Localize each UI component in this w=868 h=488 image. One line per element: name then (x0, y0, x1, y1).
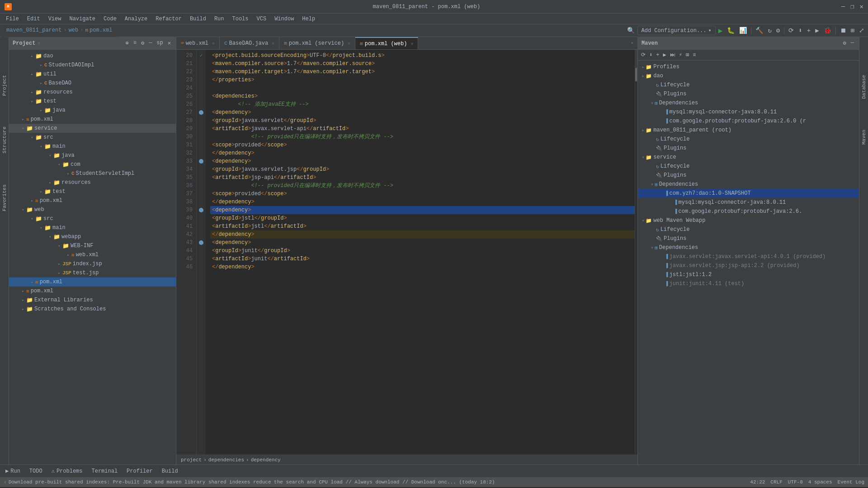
tree-item-resources[interactable]: ▸📁resources (9, 178, 176, 187)
code-line-30[interactable]: <!-- provided只在编译时支持，发布时不拷贝文件 --> (210, 133, 635, 141)
maven-add-icon[interactable]: + (805, 26, 812, 35)
tree-arrow[interactable]: ▸ (20, 117, 26, 122)
expand-icon[interactable]: ⤢ (857, 26, 866, 35)
code-line-34[interactable]: <groupId>javax.servlet.jsp</groupId> (210, 165, 635, 174)
menu-window[interactable]: Window (271, 15, 297, 23)
menu-analyze[interactable]: Analyze (121, 15, 151, 23)
code-line-29[interactable]: <artifactId>javax.servlet-api</artifactI… (210, 125, 635, 133)
code-line-41[interactable]: <artifactId>jstl</artifactId> (210, 222, 635, 230)
code-line-37[interactable]: <scope>provided</scope> (210, 190, 635, 198)
tree-item-java[interactable]: ▾📁java (9, 151, 176, 160)
maven-item[interactable]: ▐com.yzh7:dao:1.0-SNAPSHOT (638, 189, 859, 198)
code-line-38[interactable]: </dependency> (210, 198, 635, 206)
maven-skip-btn[interactable]: ⏭ (669, 51, 677, 59)
breakpoint-marker[interactable] (199, 110, 203, 115)
tree-item-pom-xml[interactable]: ▸≋pom.xml (9, 277, 176, 286)
tree-arrow[interactable]: ▾ (56, 162, 62, 167)
tree-item-basedao[interactable]: ▸CBaseDAO (9, 79, 176, 88)
line-ending[interactable]: CRLF (770, 479, 782, 485)
maven-item[interactable]: ▐com.google.protobuf:protobuf-java:2.6. (638, 207, 859, 216)
tree-arrow[interactable]: ▸ (56, 262, 62, 267)
event-log[interactable]: Event Log (838, 479, 864, 485)
menu-code[interactable]: Code (100, 15, 120, 23)
breakpoint-marker[interactable] (199, 208, 203, 212)
search-everywhere-icon[interactable]: 🔍 (625, 26, 637, 35)
menu-edit[interactable]: Edit (24, 15, 44, 23)
maven-item[interactable]: ↻Lifecycle (638, 225, 859, 234)
code-line-46[interactable]: </dependency> (210, 263, 635, 271)
code-line-42[interactable]: </dependency> (210, 230, 635, 239)
maven-item[interactable]: 🔌Plugins (638, 234, 859, 243)
profile-button[interactable]: 📊 (737, 26, 749, 35)
tree-arrow[interactable]: ▸ (20, 307, 26, 312)
tree-item-pom-xml[interactable]: ▸≋pom.xml (9, 115, 176, 124)
tab-base-dao[interactable]: C BaseDAO.java ✕ (220, 37, 279, 50)
tree-item-main[interactable]: ▾📁main (9, 142, 176, 151)
tab-basedao-close[interactable]: ✕ (272, 41, 274, 46)
code-line-23[interactable]: </properties> (210, 76, 635, 84)
code-line-39[interactable]: <dependency> (210, 206, 635, 214)
tab-problems[interactable]: ⚠ Problems (48, 465, 86, 478)
locate-file-icon[interactable]: ⊕ (124, 39, 130, 47)
tree-item-service[interactable]: ▾📁service (9, 124, 176, 133)
tree-arrow[interactable]: ▸ (29, 54, 35, 59)
breakpoint-marker[interactable] (199, 240, 203, 245)
maven-item[interactable]: ▐com.google.protobuf:protobuf-java:2.6.0… (638, 117, 859, 126)
project-close-tab[interactable]: ✕ (166, 39, 172, 47)
tree-item-webapp[interactable]: ▾📁webapp (9, 232, 176, 241)
maven-item[interactable]: ▾📁web Maven Webapp (638, 216, 859, 225)
breakpoint-marker[interactable] (199, 159, 203, 164)
tree-arrow[interactable]: ▸ (38, 108, 44, 113)
code-line-32[interactable]: </dependency> (210, 149, 635, 157)
settings-button[interactable]: ⚙ (774, 26, 782, 35)
menu-navigate[interactable]: Navigate (66, 15, 99, 23)
maven-item[interactable]: ↻Lifecycle (638, 80, 859, 89)
maven-item[interactable]: ▾📁service (638, 153, 859, 162)
code-line-40[interactable]: <groupId>jstl</groupId> (210, 214, 635, 222)
menu-file[interactable]: File (2, 15, 23, 23)
tree-arrow[interactable]: ▾ (47, 235, 53, 239)
scrollbar-thumb[interactable] (635, 68, 637, 81)
tree-arrow[interactable]: ▸ (65, 171, 71, 176)
maven-refresh-icon[interactable]: ⟳ (787, 26, 796, 35)
tab-pom-service-close[interactable]: ✕ (348, 41, 350, 46)
tree-arrow[interactable]: ▸ (29, 198, 35, 203)
tree-item-resources[interactable]: ▸📁resources (9, 88, 176, 97)
tree-item-studentservletimpl[interactable]: ▸CStudentServletImpl (9, 169, 176, 178)
side-tab-project[interactable]: Project (1, 73, 8, 98)
maven-item[interactable]: ▐javax.servlet.jsp:jsp-api:2.2 (provided… (638, 261, 859, 270)
tree-item-web[interactable]: ▾📁web (9, 205, 176, 214)
maven-item[interactable]: ▸📁Profiles (638, 62, 859, 71)
menu-view[interactable]: View (45, 15, 65, 23)
code-line-20[interactable]: <project.build.sourceEncoding>UTF-8</pro… (210, 52, 635, 60)
maven-generate-btn[interactable]: ⚡ (678, 51, 684, 59)
tabs-overflow-icon[interactable]: ▾ (627, 40, 637, 47)
tree-item-test-jsp[interactable]: ▸JSPtest.jsp (9, 268, 176, 277)
project-hide-icon[interactable]: — (147, 39, 153, 47)
maven-item[interactable]: 🔌Plugins (638, 89, 859, 99)
side-tab-favorites[interactable]: Favorites (1, 183, 8, 213)
tab-terminal[interactable]: Terminal (88, 465, 122, 478)
maven-collapse-btn[interactable]: ≡ (691, 52, 697, 59)
maven-refresh-btn[interactable]: ⟳ (640, 51, 647, 59)
maven-run-btn[interactable]: ▶ (661, 51, 667, 59)
tree-arrow[interactable]: ▾ (56, 244, 62, 249)
close-button[interactable]: ✕ (860, 3, 863, 10)
tree-item-util[interactable]: ▸📁util (9, 70, 176, 79)
code-line-35[interactable]: <artifactId>jsp-api</artifactId> (210, 174, 635, 182)
maven-settings-icon[interactable]: ⚙ (842, 39, 848, 47)
tree-item-external-libraries[interactable]: ▸📁External Libraries (9, 296, 176, 305)
maximize-button[interactable]: ❐ (850, 3, 854, 10)
encoding[interactable]: UTF-8 (788, 479, 803, 485)
tree-item-studentdaoimpl[interactable]: ▸CStudentDAOImpl (9, 61, 176, 70)
project-dropdown-icon[interactable]: ▾ (37, 40, 40, 47)
code-line-26[interactable]: <!-- 添加javaEE支持 --> (210, 100, 635, 108)
tree-arrow[interactable]: ▸ (29, 280, 35, 285)
maven-item[interactable]: ▾⊞Dependencies (638, 243, 859, 252)
collapse-all-icon[interactable]: ≡ (132, 39, 138, 47)
editor-breadcrumb-project[interactable]: project (181, 457, 202, 463)
tree-arrow[interactable]: ▾ (20, 126, 26, 131)
minimize-button[interactable]: — (841, 3, 845, 10)
tab-todo[interactable]: TODO (26, 465, 46, 478)
maven-item[interactable]: ▐mysql:mysql-connector-java:8.0.11 (638, 198, 859, 207)
